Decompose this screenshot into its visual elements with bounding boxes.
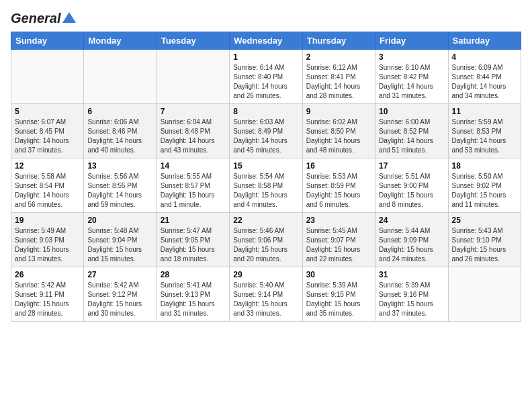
- day-number: 13: [87, 161, 152, 171]
- day-number: 25: [452, 216, 517, 225]
- day-info: Sunrise: 6:14 AM Sunset: 8:40 PM Dayligh…: [233, 63, 298, 101]
- calendar-cell: 2Sunrise: 6:12 AM Sunset: 8:41 PM Daylig…: [302, 50, 375, 104]
- day-info: Sunrise: 5:55 AM Sunset: 8:57 PM Dayligh…: [161, 172, 226, 210]
- day-number: 15: [233, 161, 298, 171]
- calendar-cell: 11Sunrise: 5:59 AM Sunset: 8:53 PM Dayli…: [448, 104, 521, 158]
- day-number: 20: [87, 216, 152, 225]
- calendar-week-row: 5Sunrise: 6:07 AM Sunset: 8:45 PM Daylig…: [11, 104, 521, 158]
- day-number: 28: [161, 270, 226, 279]
- day-number: 1: [233, 52, 298, 62]
- calendar-cell: 25Sunrise: 5:43 AM Sunset: 9:10 PM Dayli…: [448, 213, 521, 267]
- day-info: Sunrise: 5:48 AM Sunset: 9:04 PM Dayligh…: [87, 226, 152, 264]
- calendar-week-row: 26Sunrise: 5:42 AM Sunset: 9:11 PM Dayli…: [11, 267, 521, 322]
- day-number: 14: [161, 161, 226, 171]
- calendar-cell: 29Sunrise: 5:40 AM Sunset: 9:14 PM Dayli…: [230, 267, 302, 322]
- day-info: Sunrise: 5:54 AM Sunset: 8:58 PM Dayligh…: [233, 172, 298, 210]
- day-info: Sunrise: 5:42 AM Sunset: 9:12 PM Dayligh…: [87, 281, 152, 318]
- calendar-cell: 9Sunrise: 6:02 AM Sunset: 8:50 PM Daylig…: [302, 104, 375, 158]
- calendar-cell: 24Sunrise: 5:44 AM Sunset: 9:09 PM Dayli…: [375, 213, 448, 267]
- day-info: Sunrise: 5:41 AM Sunset: 9:13 PM Dayligh…: [161, 281, 226, 318]
- calendar-table: SundayMondayTuesdayWednesdayThursdayFrid…: [11, 32, 521, 322]
- logo-general: General: [11, 11, 60, 26]
- day-number: 11: [452, 107, 517, 116]
- calendar-cell: 16Sunrise: 5:53 AM Sunset: 8:59 PM Dayli…: [302, 158, 375, 213]
- day-info: Sunrise: 5:51 AM Sunset: 9:00 PM Dayligh…: [379, 172, 444, 210]
- day-info: Sunrise: 5:39 AM Sunset: 9:15 PM Dayligh…: [306, 281, 371, 318]
- day-info: Sunrise: 5:46 AM Sunset: 9:06 PM Dayligh…: [233, 226, 298, 264]
- day-number: 18: [452, 161, 517, 171]
- calendar-cell: [157, 50, 229, 104]
- day-info: Sunrise: 6:04 AM Sunset: 8:48 PM Dayligh…: [161, 118, 226, 155]
- day-number: 3: [379, 52, 444, 62]
- calendar-cell: 31Sunrise: 5:39 AM Sunset: 9:16 PM Dayli…: [375, 267, 448, 322]
- calendar-cell: 27Sunrise: 5:42 AM Sunset: 9:12 PM Dayli…: [84, 267, 157, 322]
- day-number: 24: [379, 216, 444, 225]
- calendar-cell: 17Sunrise: 5:51 AM Sunset: 9:00 PM Dayli…: [375, 158, 448, 213]
- calendar-cell: 23Sunrise: 5:45 AM Sunset: 9:07 PM Dayli…: [302, 213, 375, 267]
- calendar-cell: 3Sunrise: 6:10 AM Sunset: 8:42 PM Daylig…: [375, 50, 448, 104]
- day-info: Sunrise: 5:40 AM Sunset: 9:14 PM Dayligh…: [233, 281, 298, 318]
- day-info: Sunrise: 5:58 AM Sunset: 8:54 PM Dayligh…: [15, 172, 80, 210]
- page-header: General: [11, 11, 521, 26]
- day-number: 23: [306, 216, 371, 225]
- logo-icon: [62, 12, 76, 23]
- calendar-cell: 26Sunrise: 5:42 AM Sunset: 9:11 PM Dayli…: [11, 267, 84, 322]
- day-info: Sunrise: 5:47 AM Sunset: 9:05 PM Dayligh…: [161, 226, 226, 264]
- day-info: Sunrise: 5:45 AM Sunset: 9:07 PM Dayligh…: [306, 226, 371, 264]
- day-number: 26: [15, 270, 80, 279]
- day-number: 7: [161, 107, 226, 116]
- calendar-cell: 1Sunrise: 6:14 AM Sunset: 8:40 PM Daylig…: [230, 50, 302, 104]
- calendar-week-row: 12Sunrise: 5:58 AM Sunset: 8:54 PM Dayli…: [11, 158, 521, 213]
- calendar-header-sunday: Sunday: [11, 32, 84, 50]
- day-number: 8: [233, 107, 298, 116]
- calendar-cell: 4Sunrise: 6:09 AM Sunset: 8:44 PM Daylig…: [448, 50, 521, 104]
- day-info: Sunrise: 5:43 AM Sunset: 9:10 PM Dayligh…: [452, 226, 517, 264]
- calendar-cell: 15Sunrise: 5:54 AM Sunset: 8:58 PM Dayli…: [230, 158, 302, 213]
- calendar-cell: [84, 50, 157, 104]
- day-number: 31: [379, 270, 444, 279]
- day-number: 2: [306, 52, 371, 62]
- calendar-cell: 22Sunrise: 5:46 AM Sunset: 9:06 PM Dayli…: [230, 213, 302, 267]
- calendar-cell: 8Sunrise: 6:03 AM Sunset: 8:49 PM Daylig…: [230, 104, 302, 158]
- day-number: 22: [233, 216, 298, 225]
- day-info: Sunrise: 5:56 AM Sunset: 8:55 PM Dayligh…: [87, 172, 152, 210]
- calendar-cell: 28Sunrise: 5:41 AM Sunset: 9:13 PM Dayli…: [157, 267, 229, 322]
- calendar-cell: 7Sunrise: 6:04 AM Sunset: 8:48 PM Daylig…: [157, 104, 229, 158]
- calendar-header-friday: Friday: [375, 32, 448, 50]
- day-number: 12: [15, 161, 80, 171]
- calendar-header-monday: Monday: [84, 32, 157, 50]
- day-info: Sunrise: 6:10 AM Sunset: 8:42 PM Dayligh…: [379, 63, 444, 101]
- day-number: 4: [452, 52, 517, 62]
- day-number: 19: [15, 216, 80, 225]
- day-info: Sunrise: 6:07 AM Sunset: 8:45 PM Dayligh…: [15, 118, 80, 155]
- calendar-header-wednesday: Wednesday: [230, 32, 302, 50]
- day-info: Sunrise: 5:42 AM Sunset: 9:11 PM Dayligh…: [15, 281, 80, 318]
- day-info: Sunrise: 6:06 AM Sunset: 8:46 PM Dayligh…: [87, 118, 152, 155]
- logo: General: [11, 11, 76, 26]
- calendar-cell: [11, 50, 84, 104]
- calendar-week-row: 19Sunrise: 5:49 AM Sunset: 9:03 PM Dayli…: [11, 213, 521, 267]
- day-number: 5: [15, 107, 80, 116]
- calendar-header-row: SundayMondayTuesdayWednesdayThursdayFrid…: [11, 32, 521, 50]
- day-info: Sunrise: 6:02 AM Sunset: 8:50 PM Dayligh…: [306, 118, 371, 155]
- day-info: Sunrise: 5:59 AM Sunset: 8:53 PM Dayligh…: [452, 118, 517, 155]
- day-number: 10: [379, 107, 444, 116]
- day-info: Sunrise: 5:39 AM Sunset: 9:16 PM Dayligh…: [379, 281, 444, 318]
- calendar-cell: 12Sunrise: 5:58 AM Sunset: 8:54 PM Dayli…: [11, 158, 84, 213]
- calendar-week-row: 1Sunrise: 6:14 AM Sunset: 8:40 PM Daylig…: [11, 50, 521, 104]
- day-number: 30: [306, 270, 371, 279]
- day-info: Sunrise: 5:49 AM Sunset: 9:03 PM Dayligh…: [15, 226, 80, 264]
- day-info: Sunrise: 6:12 AM Sunset: 8:41 PM Dayligh…: [306, 63, 371, 101]
- calendar-header-tuesday: Tuesday: [157, 32, 229, 50]
- calendar-header-thursday: Thursday: [302, 32, 375, 50]
- day-number: 27: [87, 270, 152, 279]
- calendar-cell: 20Sunrise: 5:48 AM Sunset: 9:04 PM Dayli…: [84, 213, 157, 267]
- day-info: Sunrise: 6:09 AM Sunset: 8:44 PM Dayligh…: [452, 63, 517, 101]
- calendar-cell: 30Sunrise: 5:39 AM Sunset: 9:15 PM Dayli…: [302, 267, 375, 322]
- calendar-cell: 21Sunrise: 5:47 AM Sunset: 9:05 PM Dayli…: [157, 213, 229, 267]
- day-info: Sunrise: 6:00 AM Sunset: 8:52 PM Dayligh…: [379, 118, 444, 155]
- calendar-cell: 5Sunrise: 6:07 AM Sunset: 8:45 PM Daylig…: [11, 104, 84, 158]
- day-number: 6: [87, 107, 152, 116]
- day-number: 17: [379, 161, 444, 171]
- calendar-cell: 13Sunrise: 5:56 AM Sunset: 8:55 PM Dayli…: [84, 158, 157, 213]
